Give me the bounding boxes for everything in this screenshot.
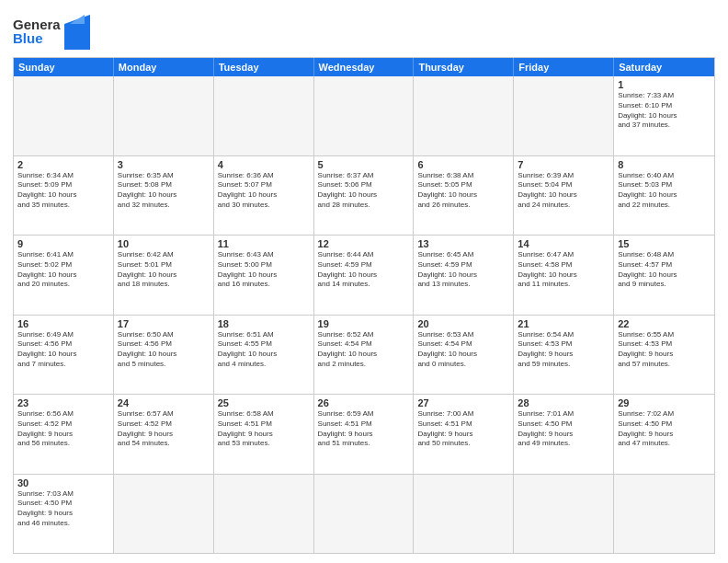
day-number: 23 (17, 397, 109, 408)
day-info: Sunrise: 6:47 AMSunset: 4:58 PMDaylight:… (518, 250, 609, 290)
day-info: Sunrise: 6:58 AMSunset: 4:51 PMDaylight:… (218, 409, 310, 449)
day-cell-25: 25Sunrise: 6:58 AMSunset: 4:51 PMDayligh… (214, 395, 314, 474)
empty-cell (214, 76, 314, 155)
day-header-tuesday: Tuesday (214, 58, 314, 76)
day-cell-1: 1Sunrise: 7:33 AMSunset: 6:10 PMDaylight… (614, 76, 714, 155)
empty-cell (614, 475, 714, 554)
day-info: Sunrise: 6:34 AMSunset: 5:09 PMDaylight:… (17, 171, 109, 211)
day-info: Sunrise: 6:50 AMSunset: 4:56 PMDaylight:… (118, 330, 210, 370)
day-number: 13 (417, 238, 509, 249)
day-number: 12 (318, 238, 410, 249)
week-row-4: 23Sunrise: 6:56 AMSunset: 4:52 PMDayligh… (14, 394, 714, 474)
day-info: Sunrise: 7:33 AMSunset: 6:10 PMDaylight:… (618, 91, 711, 131)
day-cell-27: 27Sunrise: 7:00 AMSunset: 4:51 PMDayligh… (414, 395, 514, 474)
day-cell-12: 12Sunrise: 6:44 AMSunset: 4:59 PMDayligh… (314, 236, 415, 315)
day-info: Sunrise: 7:00 AMSunset: 4:51 PMDaylight:… (417, 409, 509, 449)
day-cell-23: 23Sunrise: 6:56 AMSunset: 4:52 PMDayligh… (14, 395, 114, 474)
day-info: Sunrise: 6:39 AMSunset: 5:04 PMDaylight:… (518, 171, 609, 211)
svg-marker-4 (70, 15, 85, 24)
day-cell-3: 3Sunrise: 6:35 AMSunset: 5:08 PMDaylight… (114, 156, 214, 236)
day-number: 3 (118, 159, 210, 170)
day-number: 28 (518, 397, 609, 408)
logo-area: General Blue (13, 13, 90, 52)
week-row-1: 2Sunrise: 6:34 AMSunset: 5:09 PMDaylight… (14, 155, 714, 236)
day-cell-28: 28Sunrise: 7:01 AMSunset: 4:50 PMDayligh… (514, 395, 614, 474)
empty-cell (114, 475, 214, 554)
day-cell-14: 14Sunrise: 6:47 AMSunset: 4:58 PMDayligh… (514, 236, 614, 315)
day-cell-2: 2Sunrise: 6:34 AMSunset: 5:09 PMDaylight… (14, 156, 114, 236)
empty-cell (414, 76, 514, 155)
day-number: 8 (618, 159, 711, 170)
day-info: Sunrise: 6:59 AMSunset: 4:51 PMDaylight:… (318, 409, 410, 449)
day-cell-4: 4Sunrise: 6:36 AMSunset: 5:07 PMDaylight… (214, 156, 314, 236)
day-number: 21 (518, 318, 609, 329)
week-row-3: 16Sunrise: 6:49 AMSunset: 4:56 PMDayligh… (14, 315, 714, 395)
day-cell-20: 20Sunrise: 6:53 AMSunset: 4:54 PMDayligh… (414, 316, 514, 395)
day-number: 18 (218, 318, 310, 329)
day-number: 29 (618, 397, 711, 408)
day-number: 15 (618, 238, 711, 249)
empty-cell (214, 475, 314, 554)
empty-cell (314, 475, 415, 554)
calendar-header: SundayMondayTuesdayWednesdayThursdayFrid… (14, 58, 714, 76)
day-number: 26 (318, 397, 410, 408)
day-info: Sunrise: 6:41 AMSunset: 5:02 PMDaylight:… (17, 250, 109, 290)
day-info: Sunrise: 6:56 AMSunset: 4:52 PMDaylight:… (17, 409, 109, 449)
day-cell-16: 16Sunrise: 6:49 AMSunset: 4:56 PMDayligh… (14, 316, 114, 395)
day-cell-11: 11Sunrise: 6:43 AMSunset: 5:00 PMDayligh… (214, 236, 314, 315)
day-info: Sunrise: 6:42 AMSunset: 5:01 PMDaylight:… (118, 250, 210, 290)
day-number: 17 (118, 318, 210, 329)
day-info: Sunrise: 6:49 AMSunset: 4:56 PMDaylight:… (17, 330, 109, 370)
day-cell-9: 9Sunrise: 6:41 AMSunset: 5:02 PMDaylight… (14, 236, 114, 315)
day-header-sunday: Sunday (14, 58, 114, 76)
empty-cell (414, 475, 514, 554)
day-number: 30 (17, 477, 109, 488)
logo-triangle-icon (64, 15, 90, 50)
day-cell-24: 24Sunrise: 6:57 AMSunset: 4:52 PMDayligh… (114, 395, 214, 474)
day-number: 7 (518, 159, 609, 170)
day-number: 4 (218, 159, 310, 170)
day-info: Sunrise: 6:43 AMSunset: 5:00 PMDaylight:… (218, 250, 310, 290)
day-cell-10: 10Sunrise: 6:42 AMSunset: 5:01 PMDayligh… (114, 236, 214, 315)
day-cell-21: 21Sunrise: 6:54 AMSunset: 4:53 PMDayligh… (514, 316, 614, 395)
day-cell-8: 8Sunrise: 6:40 AMSunset: 5:03 PMDaylight… (614, 156, 714, 236)
day-number: 10 (118, 238, 210, 249)
day-header-thursday: Thursday (414, 58, 514, 76)
day-number: 19 (318, 318, 410, 329)
day-cell-18: 18Sunrise: 6:51 AMSunset: 4:55 PMDayligh… (214, 316, 314, 395)
day-cell-29: 29Sunrise: 7:02 AMSunset: 4:50 PMDayligh… (614, 395, 714, 474)
calendar-body: 1Sunrise: 7:33 AMSunset: 6:10 PMDaylight… (14, 76, 714, 553)
day-info: Sunrise: 6:40 AMSunset: 5:03 PMDaylight:… (618, 171, 711, 211)
page: General Blue SundayMondayTuesdayWednesda… (0, 0, 728, 563)
day-cell-22: 22Sunrise: 6:55 AMSunset: 4:53 PMDayligh… (614, 316, 714, 395)
day-info: Sunrise: 6:44 AMSunset: 4:59 PMDaylight:… (318, 250, 410, 290)
day-cell-15: 15Sunrise: 6:48 AMSunset: 4:57 PMDayligh… (614, 236, 714, 315)
day-info: Sunrise: 6:48 AMSunset: 4:57 PMDaylight:… (618, 250, 711, 290)
day-number: 5 (318, 159, 410, 170)
day-cell-5: 5Sunrise: 6:37 AMSunset: 5:06 PMDaylight… (314, 156, 415, 236)
day-number: 27 (417, 397, 509, 408)
empty-cell (514, 76, 614, 155)
week-row-0: 1Sunrise: 7:33 AMSunset: 6:10 PMDaylight… (14, 76, 714, 155)
week-row-5: 30Sunrise: 7:03 AMSunset: 4:50 PMDayligh… (14, 474, 714, 554)
day-number: 16 (17, 318, 109, 329)
day-cell-6: 6Sunrise: 6:38 AMSunset: 5:05 PMDaylight… (414, 156, 514, 236)
day-info: Sunrise: 6:52 AMSunset: 4:54 PMDaylight:… (318, 330, 410, 370)
day-cell-7: 7Sunrise: 6:39 AMSunset: 5:04 PMDaylight… (514, 156, 614, 236)
day-info: Sunrise: 7:03 AMSunset: 4:50 PMDaylight:… (17, 489, 109, 529)
day-number: 20 (417, 318, 509, 329)
day-number: 2 (17, 159, 109, 170)
day-number: 25 (218, 397, 310, 408)
empty-cell (14, 76, 114, 155)
empty-cell (314, 76, 415, 155)
day-number: 6 (417, 159, 509, 170)
day-info: Sunrise: 6:51 AMSunset: 4:55 PMDaylight:… (218, 330, 310, 370)
header: General Blue (13, 9, 715, 52)
day-header-saturday: Saturday (614, 58, 714, 76)
day-info: Sunrise: 6:54 AMSunset: 4:53 PMDaylight:… (518, 330, 609, 370)
day-number: 11 (218, 238, 310, 249)
day-cell-17: 17Sunrise: 6:50 AMSunset: 4:56 PMDayligh… (114, 316, 214, 395)
day-info: Sunrise: 6:38 AMSunset: 5:05 PMDaylight:… (417, 171, 509, 211)
day-info: Sunrise: 6:57 AMSunset: 4:52 PMDaylight:… (118, 409, 210, 449)
day-header-wednesday: Wednesday (314, 58, 415, 76)
